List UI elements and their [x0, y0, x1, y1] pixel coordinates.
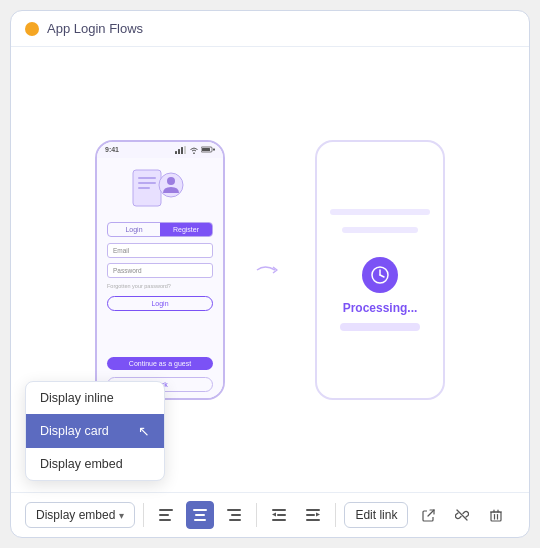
guest-button[interactable]: Continue as a guest: [107, 357, 213, 370]
phone-statusbar: 9:41: [97, 142, 223, 158]
svg-rect-0: [175, 151, 177, 154]
indent-left-icon: [272, 509, 286, 521]
status-time: 9:41: [105, 146, 119, 153]
svg-rect-5: [202, 148, 210, 151]
display-embed-label: Display embed: [36, 508, 115, 522]
processing-icon: [362, 257, 398, 293]
align-left-icon: [159, 509, 173, 521]
dropdown-item-inline[interactable]: Display inline: [26, 382, 164, 414]
svg-rect-10: [138, 187, 150, 189]
phone-illustration: [107, 164, 213, 216]
dropdown-item-embed[interactable]: Display embed: [26, 448, 164, 480]
processing-bar: [340, 323, 420, 331]
align-right-button[interactable]: [220, 501, 248, 529]
delete-button[interactable]: [482, 501, 510, 529]
trash-icon: [490, 509, 502, 522]
svg-rect-8: [138, 177, 156, 179]
phone-processing: Processing...: [315, 140, 445, 400]
svg-rect-3: [184, 146, 186, 154]
unlink-icon: [455, 508, 469, 522]
forgot-link[interactable]: Forgotten your password?: [107, 283, 171, 289]
edit-link-label: Edit link: [355, 508, 397, 522]
signal-icon: [175, 146, 187, 154]
align-center-button[interactable]: [186, 501, 214, 529]
indent-left-button[interactable]: [265, 501, 293, 529]
flow-arrow: [255, 260, 285, 280]
dropdown-inline-label: Display inline: [40, 391, 114, 405]
tab-login: Login: [108, 223, 160, 236]
svg-rect-9: [138, 182, 156, 184]
flow-title: App Login Flows: [47, 21, 143, 36]
login-button[interactable]: Login: [107, 296, 213, 311]
svg-rect-30: [306, 519, 320, 521]
align-right-icon: [227, 509, 241, 521]
tabs-row: Login Register: [107, 222, 213, 237]
wifi-icon: [189, 146, 199, 154]
toolbar-divider-1: [143, 503, 144, 527]
chevron-down-icon: ▾: [119, 510, 124, 521]
display-embed-button[interactable]: Display embed ▾: [25, 502, 135, 528]
arrow-svg: [255, 260, 285, 280]
edit-link-button[interactable]: Edit link: [344, 502, 408, 528]
svg-rect-21: [194, 519, 206, 521]
svg-rect-33: [491, 512, 501, 521]
external-link-icon: [422, 509, 435, 522]
align-left-button[interactable]: [152, 501, 180, 529]
svg-rect-25: [272, 509, 286, 511]
cursor-icon: ↖: [138, 423, 150, 439]
svg-rect-6: [213, 149, 215, 151]
svg-rect-17: [159, 514, 169, 516]
svg-rect-27: [272, 519, 286, 521]
battery-icon: [201, 146, 215, 153]
tab-register: Register: [160, 223, 212, 236]
toolbar: Display embed ▾: [11, 492, 529, 537]
clock-icon: [370, 265, 390, 285]
svg-rect-16: [159, 509, 173, 511]
dropdown-card-label: Display card: [40, 424, 109, 438]
svg-rect-22: [227, 509, 241, 511]
processing-text: Processing...: [343, 301, 418, 315]
toolbar-divider-2: [256, 503, 257, 527]
display-dropdown: Display inline Display card ↖ Display em…: [25, 381, 165, 481]
svg-line-31: [428, 510, 434, 516]
flow-dot: [25, 22, 39, 36]
header: App Login Flows: [11, 11, 529, 47]
svg-rect-24: [229, 519, 241, 521]
email-field[interactable]: Email: [107, 243, 213, 258]
toolbar-divider-3: [335, 503, 336, 527]
illustration-svg: [125, 165, 195, 215]
main-panel: App Login Flows 9:41: [10, 10, 530, 538]
dropdown-embed-label: Display embed: [40, 457, 123, 471]
indent-right-icon: [306, 509, 320, 521]
svg-point-12: [167, 177, 175, 185]
dropdown-item-card[interactable]: Display card ↖: [26, 414, 164, 448]
phone-login: 9:41: [95, 140, 225, 400]
svg-rect-29: [306, 514, 315, 516]
svg-rect-23: [231, 514, 241, 516]
svg-line-15: [380, 275, 384, 277]
svg-rect-26: [277, 514, 286, 516]
align-center-icon: [193, 509, 207, 521]
svg-rect-1: [178, 149, 180, 154]
phone-body: Login Register Email Password Forgotten …: [97, 158, 223, 398]
svg-rect-19: [193, 509, 207, 511]
svg-rect-28: [306, 509, 320, 511]
unlink-button[interactable]: [448, 501, 476, 529]
status-icons: [175, 146, 215, 154]
svg-rect-2: [181, 147, 183, 154]
password-field[interactable]: Password: [107, 263, 213, 278]
svg-rect-20: [195, 514, 205, 516]
indent-right-button[interactable]: [299, 501, 327, 529]
external-link-button[interactable]: [414, 501, 442, 529]
svg-rect-18: [159, 519, 171, 521]
